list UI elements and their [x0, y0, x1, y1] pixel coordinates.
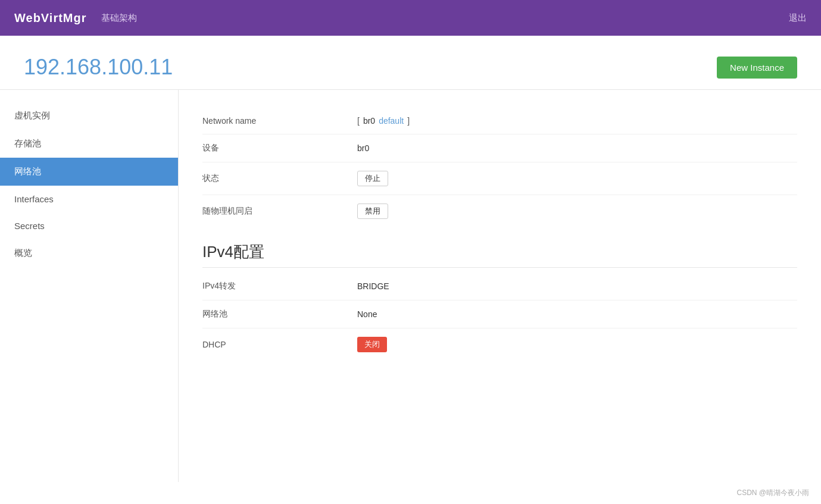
status-value: 停止: [357, 171, 797, 186]
page-container: 192.168.100.11 New Instance 虚机实例 存储池 网络池…: [0, 36, 821, 504]
sidebar-item-storage[interactable]: 存储池: [0, 130, 178, 158]
bracket-close: ]: [407, 116, 410, 126]
device-row: 设备 br0: [202, 134, 797, 162]
network-name-value: [ br0 default ]: [357, 116, 797, 126]
ipv4-pool-row: 网络池 None: [202, 300, 797, 328]
ipv4-forward-row: IPv4转发 BRIDGE: [202, 273, 797, 300]
dhcp-badge: 关闭: [357, 337, 387, 352]
dhcp-value: 关闭: [357, 337, 797, 352]
main-content: 虚机实例 存储池 网络池 Interfaces Secrets 概览 Netwo…: [0, 90, 821, 482]
status-label: 状态: [202, 173, 357, 184]
dhcp-label: DHCP: [202, 340, 357, 349]
network-name-label: Network name: [202, 116, 357, 126]
ipv4-pool-label: 网络池: [202, 309, 357, 320]
navbar-logout[interactable]: 退出: [789, 12, 807, 24]
dhcp-row: DHCP 关闭: [202, 328, 797, 361]
new-instance-button[interactable]: New Instance: [717, 57, 797, 79]
ipv4-section-title: IPv4配置: [202, 242, 797, 268]
navbar-menu-item[interactable]: 基础架构: [101, 12, 137, 24]
ipv4-forward-label: IPv4转发: [202, 281, 357, 292]
page-title: 192.168.100.11: [24, 55, 173, 80]
network-name-row: Network name [ br0 default ]: [202, 108, 797, 134]
bracket-open: [: [357, 116, 360, 126]
sidebar-item-network[interactable]: 网络池: [0, 158, 178, 186]
footer: CSDN @晴湖今夜小雨: [0, 482, 821, 504]
content-area: Network name [ br0 default ] 设备 br0 状态: [179, 90, 821, 482]
sidebar-item-overview[interactable]: 概览: [0, 239, 178, 267]
ipv4-pool-value: None: [357, 309, 797, 319]
autostart-label: 随物理机同启: [202, 206, 357, 217]
status-badge: 停止: [357, 171, 388, 186]
network-info-section: Network name [ br0 default ] 设备 br0 状态: [202, 108, 797, 227]
status-row: 状态 停止: [202, 162, 797, 195]
navbar: WebVirtMgr 基础架构 退出: [0, 0, 821, 36]
network-default: default: [379, 116, 404, 126]
ipv4-forward-value: BRIDGE: [357, 281, 797, 291]
device-value: br0: [357, 143, 797, 153]
sidebar-item-vms[interactable]: 虚机实例: [0, 102, 178, 130]
navbar-brand: WebVirtMgr: [14, 11, 87, 25]
sidebar: 虚机实例 存储池 网络池 Interfaces Secrets 概览: [0, 90, 179, 482]
ipv4-info-section: IPv4转发 BRIDGE 网络池 None DHCP 关闭: [202, 273, 797, 361]
footer-watermark: CSDN @晴湖今夜小雨: [736, 489, 809, 497]
network-br0: br0: [363, 116, 375, 126]
device-label: 设备: [202, 143, 357, 154]
autostart-value: 禁用: [357, 204, 797, 219]
sidebar-item-secrets[interactable]: Secrets: [0, 212, 178, 239]
sidebar-item-interfaces[interactable]: Interfaces: [0, 186, 178, 212]
navbar-left: WebVirtMgr 基础架构: [14, 11, 137, 25]
autostart-row: 随物理机同启 禁用: [202, 195, 797, 227]
autostart-badge: 禁用: [357, 204, 388, 219]
page-header: 192.168.100.11 New Instance: [0, 36, 821, 90]
